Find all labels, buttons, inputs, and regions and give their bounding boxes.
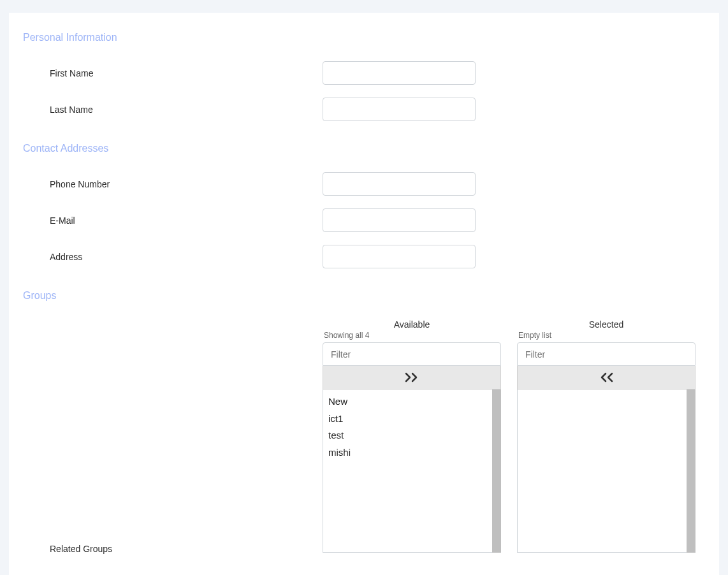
dual-list: Available Showing all 4 Newict1testmishi (323, 319, 695, 554)
section-header-groups: Groups (23, 290, 705, 302)
move-all-right-button[interactable] (323, 366, 501, 389)
label-phone: Phone Number (23, 179, 323, 189)
input-last-name[interactable] (323, 98, 476, 121)
selected-title: Selected (517, 319, 695, 330)
input-email[interactable] (323, 208, 476, 232)
available-scrollbar[interactable] (492, 389, 501, 553)
label-email: E-Mail (23, 215, 323, 226)
input-first-name[interactable] (323, 61, 476, 85)
row-email: E-Mail (23, 208, 705, 232)
selected-list[interactable] (517, 389, 687, 553)
label-last-name: Last Name (23, 105, 323, 115)
section-header-contact: Contact Addresses (23, 143, 705, 154)
section-header-personal: Personal Information (23, 32, 705, 43)
list-item[interactable]: New (328, 393, 487, 411)
selected-status: Empty list (517, 331, 695, 340)
label-address: Address (23, 252, 323, 262)
row-last-name: Last Name (23, 98, 705, 121)
row-address: Address (23, 245, 705, 268)
selected-panel: Selected Empty list (517, 319, 695, 554)
selected-scrollbar[interactable] (687, 389, 695, 553)
input-phone[interactable] (323, 172, 476, 196)
available-list[interactable]: Newict1testmishi (323, 389, 492, 553)
form-container: Personal Information First Name Last Nam… (9, 13, 719, 575)
row-phone: Phone Number (23, 172, 705, 196)
selected-filter-input[interactable] (517, 342, 695, 366)
input-address[interactable] (323, 245, 476, 268)
selected-list-wrapper (517, 389, 695, 553)
groups-container: Related Groups Available Showing all 4 (23, 319, 705, 554)
row-first-name: First Name (23, 61, 705, 85)
available-panel: Available Showing all 4 Newict1testmishi (323, 319, 501, 554)
available-title: Available (323, 319, 501, 330)
list-item[interactable]: mishi (328, 444, 487, 462)
available-status: Showing all 4 (323, 331, 501, 340)
chevron-double-right-icon (404, 372, 419, 382)
move-all-left-button[interactable] (517, 366, 695, 389)
list-item[interactable]: ict1 (328, 411, 487, 428)
available-list-wrapper: Newict1testmishi (323, 389, 501, 553)
list-item[interactable]: test (328, 427, 487, 444)
chevron-double-left-icon (599, 372, 614, 382)
label-first-name: First Name (23, 68, 323, 78)
label-related-groups: Related Groups (50, 544, 112, 554)
available-filter-input[interactable] (323, 342, 501, 366)
groups-label-column: Related Groups (23, 319, 323, 554)
